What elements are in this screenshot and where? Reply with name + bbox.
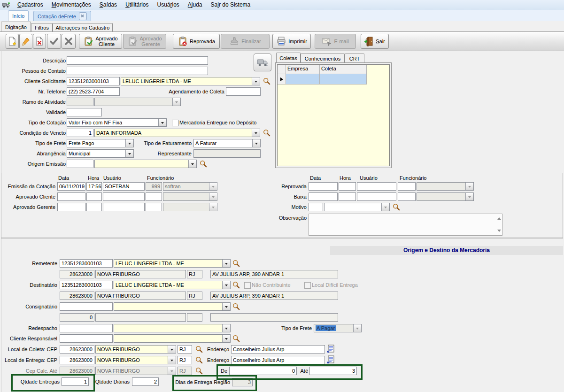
validade-input[interactable] (67, 108, 102, 116)
coleta-truck-button[interactable] (254, 54, 271, 71)
chevron-down-icon[interactable] (252, 139, 260, 147)
motivo-combo[interactable] (324, 203, 390, 211)
baixa-data-input[interactable] (309, 192, 338, 201)
chevron-down-icon[interactable] (158, 119, 166, 126)
emissao-data-input[interactable]: 06/11/2019 (57, 182, 85, 191)
motivo-code-input[interactable] (309, 203, 323, 211)
local-entrega-cidade-combo[interactable]: NOVA FRIBURGO (95, 356, 176, 364)
search-icon[interactable] (195, 367, 203, 375)
menu-usuarios[interactable]: Usuários (153, 0, 183, 10)
aprovado-cliente-hora-input[interactable] (86, 192, 102, 201)
search-icon[interactable] (195, 345, 203, 354)
tipo-frete-combo[interactable]: Frete Pago (67, 139, 134, 147)
qtd-entregas-input[interactable]: 1 (62, 377, 89, 386)
tab-cotacao-de-frete[interactable]: Cotação deFrete (33, 11, 91, 21)
tipo-faturamento-combo[interactable]: A Faturar (193, 139, 261, 147)
grid-header-empresa[interactable]: Empresa (286, 65, 320, 74)
local-coleta-cep-input[interactable]: 28623000 (60, 345, 94, 354)
tab-alteracoes-no-cadastro[interactable]: Alterações no Cadastro (53, 23, 113, 32)
baixa-func-num[interactable] (398, 192, 416, 201)
tab-inicio[interactable]: Início (8, 10, 29, 21)
aprovado-cliente-usuario-input[interactable] (103, 192, 145, 201)
menu-utilitarios[interactable]: Utilitários (121, 0, 153, 10)
observacao-textarea[interactable] (309, 214, 502, 236)
chevron-down-icon[interactable] (168, 346, 176, 353)
emissao-usuario-input[interactable]: SOFTRAN (103, 182, 145, 191)
chevron-down-icon[interactable] (381, 203, 389, 211)
chevron-down-icon[interactable] (222, 260, 230, 267)
cliente-responsavel-code-input[interactable] (60, 334, 113, 343)
qtd-diarias-input[interactable]: 2 (132, 377, 159, 386)
cliente-solicitante-combo[interactable]: LELUC LINGERIE LTDA - ME (121, 77, 260, 85)
chevron-down-icon[interactable] (125, 139, 133, 147)
aprovado-gerente-usuario-input[interactable] (103, 203, 145, 211)
ate-input[interactable]: 3 (309, 367, 357, 375)
search-icon[interactable] (393, 203, 401, 211)
address-card-icon[interactable] (326, 345, 335, 354)
chevron-down-icon[interactable] (125, 150, 133, 157)
destinatario-combo[interactable]: LELUC LINGERIE LTDA - ME (114, 281, 231, 289)
destinatario-code-input[interactable]: 12351283000103 (60, 281, 113, 289)
reprovada-hora-input[interactable] (339, 182, 356, 191)
chevron-down-icon[interactable] (168, 356, 176, 364)
de-input[interactable]: 0 (229, 367, 297, 375)
grid-row-selector[interactable] (278, 74, 286, 85)
cliente-responsavel-combo[interactable] (114, 334, 231, 343)
search-icon[interactable] (232, 259, 240, 268)
origem-emissao-combo[interactable] (94, 160, 197, 168)
agendamento-coleta-input[interactable] (226, 87, 261, 96)
finalizar-button[interactable]: Finalizar (221, 34, 270, 49)
email-button[interactable]: E-mail (315, 34, 356, 49)
consignatario-code-input[interactable] (60, 302, 113, 311)
new-button[interactable] (6, 34, 19, 49)
tab-digitacao[interactable]: Digitação (1, 22, 31, 32)
delete-button[interactable] (33, 34, 46, 49)
search-icon[interactable] (195, 356, 203, 364)
search-icon[interactable] (232, 302, 240, 311)
menu-movimentacoes[interactable]: Movimentações (47, 0, 95, 10)
grid-cell-empresa[interactable] (286, 74, 320, 85)
search-icon[interactable] (232, 334, 240, 343)
coleta-endereco-input[interactable]: Conselheiro Julius Arp (231, 345, 325, 354)
aprovado-cliente-data-input[interactable] (57, 192, 85, 201)
aprovado-gerente-hora-input[interactable] (86, 203, 102, 211)
origem-emissao-code-input[interactable] (67, 160, 93, 168)
grid-cell-coleta[interactable] (320, 74, 367, 85)
local-coleta-cidade-combo[interactable]: NOVA FRIBURGO (95, 345, 176, 354)
cliente-solicitante-code-input[interactable]: 12351283000103 (67, 77, 120, 85)
local-entrega-cep-input[interactable]: 28623000 (60, 356, 94, 364)
descricao-input[interactable] (67, 56, 208, 65)
condicao-vencto-combo[interactable]: DATA INFORMADA (94, 129, 260, 137)
tab-coletas[interactable]: Coletas (276, 53, 301, 63)
entrega-endereco-input[interactable]: Conselheiro Julius Arp (231, 356, 325, 364)
mercadoria-deposito-checkbox[interactable] (172, 120, 178, 126)
grid-header-coleta[interactable]: Coleta (320, 65, 367, 74)
consignatario-combo[interactable] (114, 302, 231, 311)
chevron-down-icon[interactable] (222, 303, 230, 310)
pessoa-contato-input[interactable] (67, 67, 208, 75)
scroll-up-icon[interactable] (497, 215, 501, 220)
chevron-down-icon[interactable] (252, 77, 260, 85)
search-icon[interactable] (263, 77, 271, 85)
baixa-usuario-input[interactable] (357, 192, 396, 201)
baixa-hora-input[interactable] (339, 192, 356, 201)
aprovado-gerente-button[interactable]: Aprovado Gerente (123, 34, 166, 49)
tab-conhecimentos[interactable]: Conhecimentos (301, 54, 345, 63)
aprovado-cliente-button[interactable]: Aprovado Cliente (79, 34, 122, 49)
chevron-down-icon[interactable] (252, 129, 260, 137)
scroll-down-icon[interactable] (497, 230, 501, 234)
remetente-code-input[interactable]: 12351283000103 (60, 259, 113, 268)
menu-cadastros[interactable]: Cadastros (13, 0, 47, 10)
confirm-button[interactable] (47, 34, 61, 49)
close-tab-icon[interactable] (79, 12, 87, 20)
redespacho-combo[interactable] (114, 324, 231, 332)
address-card-icon[interactable] (326, 355, 335, 365)
search-icon[interactable] (232, 281, 240, 289)
reprovada-button[interactable]: Reprovada (173, 34, 220, 49)
edit-button[interactable] (19, 34, 32, 49)
chevron-down-icon[interactable] (222, 335, 230, 342)
tab-crt[interactable]: CRT (345, 54, 364, 63)
menu-ajuda[interactable]: Ajuda (184, 0, 207, 10)
reprovada-usuario-input[interactable] (357, 182, 396, 191)
imprimir-button[interactable]: Imprimir (272, 34, 311, 49)
